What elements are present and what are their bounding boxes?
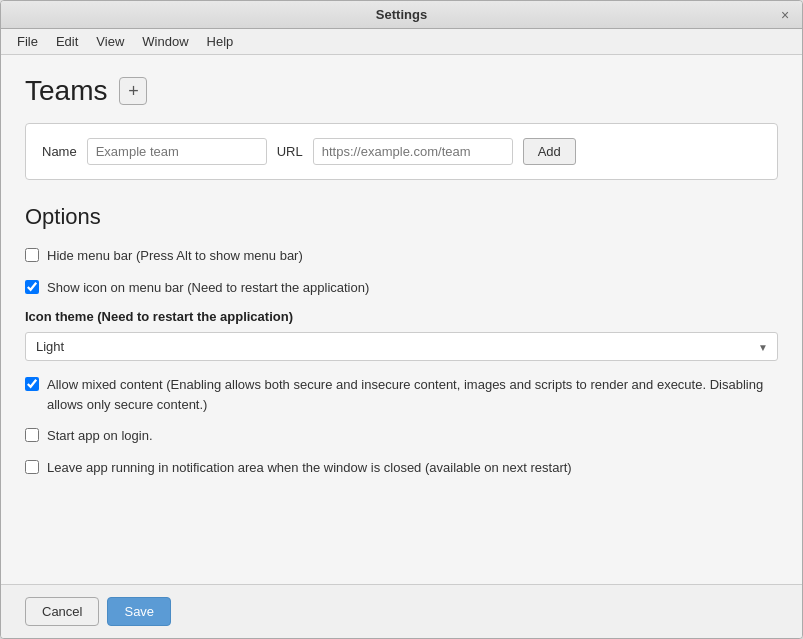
options-section: Options Hide menu bar (Press Alt to show…	[25, 204, 778, 477]
close-button[interactable]: ×	[776, 6, 794, 24]
save-button[interactable]: Save	[107, 597, 171, 626]
footer: Cancel Save	[1, 584, 802, 638]
teams-section-header: Teams +	[25, 75, 778, 107]
show-icon-menu-bar-label: Show icon on menu bar (Need to restart t…	[47, 278, 369, 298]
window-title: Settings	[376, 7, 427, 22]
menu-edit[interactable]: Edit	[48, 31, 86, 52]
theme-section: Icon theme (Need to restart the applicat…	[25, 309, 778, 361]
menu-bar: File Edit View Window Help	[1, 29, 802, 55]
menu-help[interactable]: Help	[199, 31, 242, 52]
hide-menu-bar-label: Hide menu bar (Press Alt to show menu ba…	[47, 246, 303, 266]
menu-view[interactable]: View	[88, 31, 132, 52]
settings-window: Settings × File Edit View Window Help Te…	[0, 0, 803, 639]
theme-section-label: Icon theme (Need to restart the applicat…	[25, 309, 778, 324]
add-team-button[interactable]: Add	[523, 138, 576, 165]
mixed-content-checkbox[interactable]	[25, 377, 39, 391]
leave-running-label: Leave app running in notification area w…	[47, 458, 572, 478]
mixed-content-row: Allow mixed content (Enabling allows bot…	[25, 375, 778, 414]
hide-menu-bar-row: Hide menu bar (Press Alt to show menu ba…	[25, 246, 778, 266]
team-name-input[interactable]	[87, 138, 267, 165]
url-label: URL	[277, 144, 303, 159]
name-label: Name	[42, 144, 77, 159]
leave-running-row: Leave app running in notification area w…	[25, 458, 778, 478]
start-on-login-row: Start app on login.	[25, 426, 778, 446]
show-icon-menu-bar-checkbox[interactable]	[25, 280, 39, 294]
teams-title: Teams	[25, 75, 107, 107]
team-url-input[interactable]	[313, 138, 513, 165]
leave-running-checkbox[interactable]	[25, 460, 39, 474]
hide-menu-bar-checkbox[interactable]	[25, 248, 39, 262]
mixed-content-label: Allow mixed content (Enabling allows bot…	[47, 375, 778, 414]
options-title: Options	[25, 204, 778, 230]
theme-select-wrapper: Light Dark System ▼	[25, 332, 778, 361]
add-team-icon-button[interactable]: +	[119, 77, 147, 105]
title-bar: Settings ×	[1, 1, 802, 29]
menu-file[interactable]: File	[9, 31, 46, 52]
theme-select[interactable]: Light Dark System	[25, 332, 778, 361]
cancel-button[interactable]: Cancel	[25, 597, 99, 626]
show-icon-menu-bar-row: Show icon on menu bar (Need to restart t…	[25, 278, 778, 298]
menu-window[interactable]: Window	[134, 31, 196, 52]
start-on-login-checkbox[interactable]	[25, 428, 39, 442]
teams-form: Name URL Add	[25, 123, 778, 180]
start-on-login-label: Start app on login.	[47, 426, 153, 446]
main-content: Teams + Name URL Add Options Hide menu b…	[1, 55, 802, 584]
